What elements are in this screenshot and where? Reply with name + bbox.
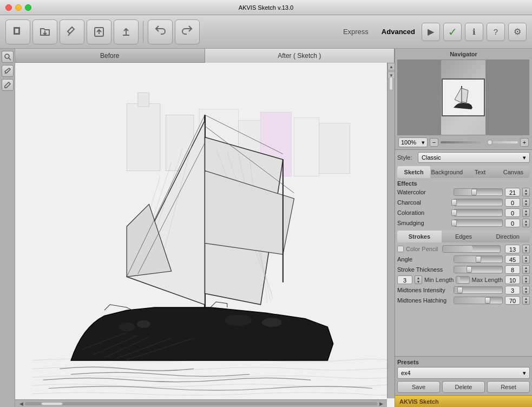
- midtones-intensity-label: Midtones Intensity: [397, 287, 451, 293]
- smudging-slider[interactable]: [454, 219, 503, 227]
- controls-panel: Style: Classic ▾ Sketch Background Text …: [395, 150, 532, 356]
- style-label: Style:: [397, 154, 415, 161]
- main-area: Before After ( Sketch ): [0, 49, 532, 407]
- watercolor-stepper[interactable]: ▲ ▼: [522, 188, 530, 196]
- midtones-intensity-slider[interactable]: [454, 286, 503, 294]
- presets-reset-button[interactable]: Reset: [487, 381, 530, 393]
- open-button[interactable]: [32, 19, 57, 44]
- min-length-value: 3: [397, 275, 412, 284]
- traffic-lights: [5, 4, 31, 11]
- run-button[interactable]: ▶: [422, 23, 440, 41]
- undo-button[interactable]: [148, 19, 173, 44]
- midtones-intensity-stepper[interactable]: ▲ ▼: [522, 286, 530, 294]
- presets-delete-button[interactable]: Delete: [442, 381, 485, 393]
- coloration-slider[interactable]: [454, 209, 503, 216]
- stroke-thickness-label: Stroke Thickness: [397, 266, 451, 273]
- stroke-thickness-value: 8: [505, 265, 520, 274]
- upload-button[interactable]: [87, 19, 111, 44]
- footer: AKVIS Sketch: [395, 395, 532, 407]
- zoom-bar: 100% ▾ − +: [397, 137, 530, 147]
- smudging-stepper[interactable]: ▲ ▼: [522, 219, 530, 227]
- zoom-dropdown-icon: ▾: [422, 139, 425, 146]
- scroll-right-arrow[interactable]: ▶: [377, 400, 385, 408]
- mode-advanced[interactable]: Advanced: [377, 25, 419, 38]
- charcoal-value: 0: [505, 198, 520, 207]
- color-pencil-checkbox[interactable]: [397, 246, 404, 252]
- horizontal-scrollbar[interactable]: ◀ ▶: [15, 399, 387, 407]
- eyedropper-tool[interactable]: [2, 65, 14, 77]
- zoom-plus-button[interactable]: +: [520, 138, 529, 147]
- svg-line-12: [5, 73, 6, 74]
- vertical-scrollbar[interactable]: ▲ ▼: [387, 63, 395, 398]
- zoom-button[interactable]: [25, 4, 31, 11]
- brush-tool[interactable]: [2, 79, 14, 91]
- midtones-hatching-slider[interactable]: [454, 297, 503, 304]
- angle-label: Angle: [397, 256, 451, 262]
- max-length-stepper[interactable]: ▲ ▼: [522, 275, 530, 284]
- zoom-slider-track[interactable]: [441, 141, 518, 143]
- color-pencil-stepper[interactable]: ▲ ▼: [522, 245, 530, 253]
- title-bar: AKVIS Sketch v.13.0: [0, 0, 532, 15]
- style-select[interactable]: Classic ▾: [418, 152, 530, 163]
- midtones-hatching-label: Midtones Hatching: [397, 297, 451, 304]
- apply-button[interactable]: ✓: [443, 23, 462, 41]
- charcoal-slider[interactable]: [454, 199, 503, 206]
- coloration-label: Coloration: [397, 209, 451, 216]
- watercolor-slider[interactable]: [454, 188, 503, 196]
- svg-point-39: [172, 317, 194, 327]
- settings-button[interactable]: ⚙: [508, 23, 527, 41]
- tab-background[interactable]: Background: [430, 166, 463, 178]
- mode-selector: Express Advanced: [339, 25, 419, 38]
- min-length-stepper[interactable]: ▲ ▼: [415, 275, 422, 284]
- minmax-slider[interactable]: [456, 276, 469, 284]
- left-toolbar: [0, 49, 15, 407]
- help-button[interactable]: ?: [487, 23, 505, 41]
- angle-slider[interactable]: [454, 255, 503, 263]
- presets-save-button[interactable]: Save: [397, 381, 440, 393]
- color-pencil-label: Color Pencil: [406, 246, 438, 252]
- tab-strokes[interactable]: Strokes: [397, 231, 442, 242]
- tab-sketch[interactable]: Sketch: [397, 166, 430, 178]
- presets-select[interactable]: ex4 ▾: [397, 367, 530, 379]
- stroke-thickness-stepper[interactable]: ▲ ▼: [522, 265, 530, 274]
- file-button[interactable]: [5, 19, 30, 44]
- info-button[interactable]: ℹ: [465, 23, 483, 41]
- tab-text[interactable]: Text: [464, 166, 497, 178]
- svg-rect-15: [138, 93, 149, 107]
- midtones-hatching-stepper[interactable]: ▲ ▼: [522, 296, 530, 305]
- max-length-value: 10: [505, 275, 520, 284]
- tab-canvas[interactable]: Canvas: [497, 166, 530, 178]
- minmax-row: 3 ▲ ▼ Min Length Max Length 10 ▲ ▼: [397, 275, 530, 284]
- tab-before[interactable]: Before: [15, 49, 205, 63]
- charcoal-row: Charcoal 0 ▲ ▼: [397, 198, 530, 207]
- midtones-intensity-value: 3: [505, 286, 520, 294]
- redo-button[interactable]: [175, 19, 200, 44]
- canvas-area: Before After ( Sketch ): [15, 49, 395, 407]
- style-row: Style: Classic ▾: [397, 152, 530, 163]
- charcoal-stepper[interactable]: ▲ ▼: [522, 198, 530, 207]
- tab-edges[interactable]: Edges: [442, 231, 486, 242]
- scroll-left-arrow[interactable]: ◀: [17, 400, 25, 408]
- zoom-tool[interactable]: [2, 51, 14, 63]
- paint-button[interactable]: [60, 19, 84, 44]
- coloration-stepper[interactable]: ▲ ▼: [522, 208, 530, 217]
- save-button[interactable]: [114, 19, 139, 44]
- mode-express[interactable]: Express: [339, 25, 373, 38]
- close-button[interactable]: [5, 4, 12, 11]
- zoom-slider-thumb[interactable]: [487, 140, 492, 145]
- nav-right-bg: [485, 60, 529, 135]
- tab-direction[interactable]: Direction: [485, 231, 530, 242]
- stroke-thickness-slider[interactable]: [454, 266, 503, 273]
- zoom-minus-button[interactable]: −: [430, 138, 438, 147]
- scroll-up-arrow[interactable]: ▲: [387, 63, 395, 70]
- smudging-label: Smudging: [397, 220, 451, 226]
- tab-after[interactable]: After ( Sketch ): [205, 49, 395, 63]
- minimize-button[interactable]: [15, 4, 22, 11]
- separator-1: [143, 21, 143, 43]
- nav-thumb[interactable]: [442, 78, 485, 116]
- canvas-viewport[interactable]: ▲ ▼ ◀ ▶: [15, 63, 395, 407]
- angle-stepper[interactable]: ▲ ▼: [522, 255, 530, 264]
- max-length-label: Max Length: [472, 277, 503, 283]
- zoom-select[interactable]: 100% ▾: [398, 137, 428, 147]
- navigator-title: Navigator: [397, 51, 530, 57]
